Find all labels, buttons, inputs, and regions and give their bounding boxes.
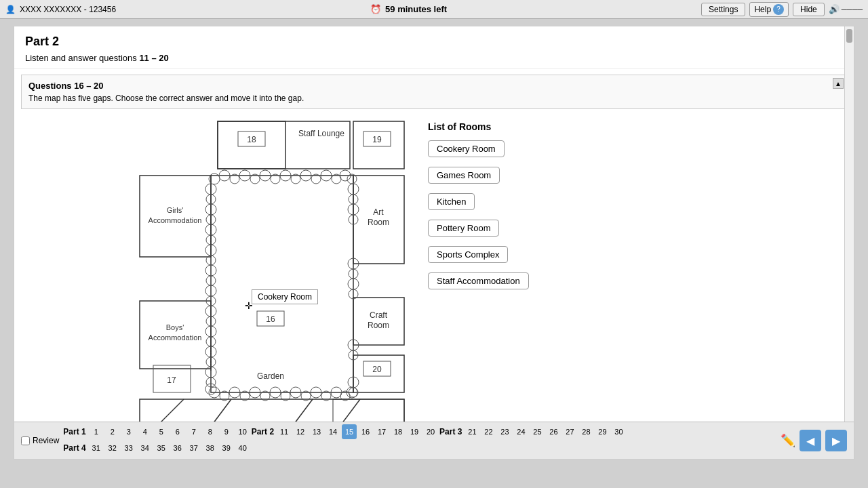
room-chip-row-6: Staff Accommodation: [428, 272, 847, 295]
nav-num-9[interactable]: 9: [219, 424, 234, 439]
section-scroll-btn[interactable]: ▲: [833, 78, 844, 89]
topbar-right: Settings Help ? Hide 🔊 ────: [701, 2, 863, 17]
review-area: Review: [21, 436, 59, 445]
room-chip-kitchen[interactable]: Kitchen: [428, 193, 475, 210]
svg-text:16: 16: [266, 314, 275, 324]
svg-text:Staff Lounge: Staff Lounge: [298, 129, 344, 138]
nav-num-32[interactable]: 32: [105, 441, 120, 455]
settings-button[interactable]: Settings: [701, 3, 745, 16]
part4-label: Part 4: [63, 443, 85, 453]
nav-num-2[interactable]: 2: [105, 424, 120, 439]
question-section-desc: The map has five gaps. Choose the correc…: [28, 94, 840, 103]
nav-num-10[interactable]: 10: [235, 424, 250, 439]
nav-num-33[interactable]: 33: [121, 441, 136, 455]
svg-text:Accommodation: Accommodation: [149, 333, 202, 342]
clock-icon: ⏰: [370, 4, 381, 14]
nav-num-22[interactable]: 22: [481, 424, 496, 439]
svg-text:Art: Art: [373, 207, 384, 217]
review-checkbox[interactable]: [21, 436, 30, 445]
subtitle-prefix: Listen and answer questions: [25, 53, 139, 63]
nav-num-20[interactable]: 20: [423, 424, 438, 439]
svg-text:Room: Room: [368, 321, 389, 330]
next-button[interactable]: ▶: [825, 430, 847, 451]
topbar: 👤 XXXX XXXXXXX - 123456 ⏰ 59 minutes lef…: [0, 0, 868, 19]
nav-num-3[interactable]: 3: [121, 424, 136, 439]
nav-num-31[interactable]: 31: [89, 441, 104, 455]
svg-text:Craft: Craft: [370, 310, 388, 320]
bottom-nav-inner: Part 1 1 2 3 4 5 6 7 8 9 10 Part 2 11 12…: [63, 424, 776, 457]
nav-num-34[interactable]: 34: [138, 441, 153, 455]
volume-icon: 🔊: [829, 4, 840, 14]
topbar-left: 👤 XXXX XXXXXXX - 123456: [5, 5, 116, 14]
room-chip-games[interactable]: Games Room: [428, 167, 500, 184]
scrollbar[interactable]: [844, 26, 854, 422]
time-left: 59 minutes left: [385, 4, 447, 14]
nav-num-14[interactable]: 14: [326, 424, 340, 439]
nav-num-24[interactable]: 24: [513, 424, 528, 439]
svg-text:Garden: Garden: [257, 371, 284, 381]
volume-control: 🔊 ────: [829, 4, 863, 14]
scrollbar-thumb[interactable]: [846, 29, 852, 43]
nav-num-17[interactable]: 17: [374, 424, 389, 439]
nav-num-12[interactable]: 12: [293, 424, 308, 439]
map-area: Staff Lounge 18 19 Girls' Accommodation …: [14, 115, 854, 440]
nav-num-39[interactable]: 39: [219, 441, 234, 455]
part3-label: Part 3: [439, 427, 462, 436]
nav-num-11[interactable]: 11: [277, 424, 292, 439]
nav-right-area: ✏️ ◀ ▶: [781, 430, 847, 451]
help-button[interactable]: Help ?: [749, 2, 789, 17]
room-chip-pottery[interactable]: Pottery Room: [428, 220, 499, 237]
nav-num-15[interactable]: 15: [342, 424, 357, 439]
subtitle-range: 11 – 20: [139, 53, 168, 63]
nav-num-30[interactable]: 30: [611, 424, 626, 439]
nav-num-5[interactable]: 5: [154, 424, 169, 439]
nav-num-8[interactable]: 8: [203, 424, 218, 439]
room-chip-staff-accommodation[interactable]: Staff Accommodation: [428, 272, 529, 289]
pencil-icon: ✏️: [781, 433, 795, 448]
nav-num-25[interactable]: 25: [530, 424, 545, 439]
bottom-nav: Review Part 1 1 2 3 4 5 6 7 8 9 10 Part …: [14, 422, 854, 459]
nav-num-1[interactable]: 1: [89, 424, 104, 439]
svg-text:18: 18: [247, 135, 256, 144]
nav-num-18[interactable]: 18: [391, 424, 406, 439]
nav-num-35[interactable]: 35: [154, 441, 169, 455]
room-chip-cookery[interactable]: Cookery Room: [428, 140, 505, 157]
svg-text:Accommodation: Accommodation: [149, 216, 202, 224]
hide-button[interactable]: Hide: [793, 3, 825, 16]
nav-num-27[interactable]: 27: [562, 424, 577, 439]
svg-text:Room: Room: [368, 218, 389, 227]
nav-num-36[interactable]: 36: [170, 441, 185, 455]
room-chip-row-5: Sports Complex: [428, 246, 847, 268]
nav-num-37[interactable]: 37: [186, 441, 201, 455]
prev-button[interactable]: ◀: [800, 430, 821, 451]
question-icon: ?: [773, 4, 784, 15]
nav-num-38[interactable]: 38: [203, 441, 218, 455]
nav-num-13[interactable]: 13: [309, 424, 324, 439]
nav-num-40[interactable]: 40: [235, 441, 250, 455]
svg-text:17: 17: [167, 375, 176, 385]
part-subtitle: Listen and answer questions 11 – 20: [25, 53, 843, 63]
map-container: Staff Lounge 18 19 Girls' Accommodation …: [21, 115, 414, 440]
question-section-header: Questions 16 – 20: [28, 81, 840, 91]
room-chip-sports[interactable]: Sports Complex: [428, 246, 508, 263]
nav-num-29[interactable]: 29: [595, 424, 610, 439]
nav-row-1: Part 1 1 2 3 4 5 6 7 8 9 10 Part 2 11 12…: [63, 424, 776, 439]
nav-row-2: Part 4 31 32 33 34 35 36 37 38 39 40: [63, 441, 776, 455]
nav-num-7[interactable]: 7: [186, 424, 201, 439]
volume-slider[interactable]: ────: [842, 5, 863, 14]
svg-text:20: 20: [372, 365, 382, 374]
nav-num-23[interactable]: 23: [497, 424, 512, 439]
topbar-center: ⏰ 59 minutes left: [370, 4, 447, 14]
part1-label: Part 1: [63, 427, 85, 436]
rooms-list: List of Rooms Cookery Room Games Room Ki…: [428, 115, 847, 440]
nav-num-21[interactable]: 21: [465, 424, 479, 439]
nav-num-26[interactable]: 26: [546, 424, 561, 439]
nav-num-19[interactable]: 19: [407, 424, 422, 439]
user-icon: 👤: [5, 5, 16, 14]
nav-num-6[interactable]: 6: [170, 424, 185, 439]
nav-num-28[interactable]: 28: [578, 424, 593, 439]
nav-num-16[interactable]: 16: [358, 424, 373, 439]
nav-num-4[interactable]: 4: [138, 424, 153, 439]
main-content: Part 2 Listen and answer questions 11 – …: [14, 26, 854, 460]
room-chip-row-1: Cookery Room: [428, 140, 847, 163]
